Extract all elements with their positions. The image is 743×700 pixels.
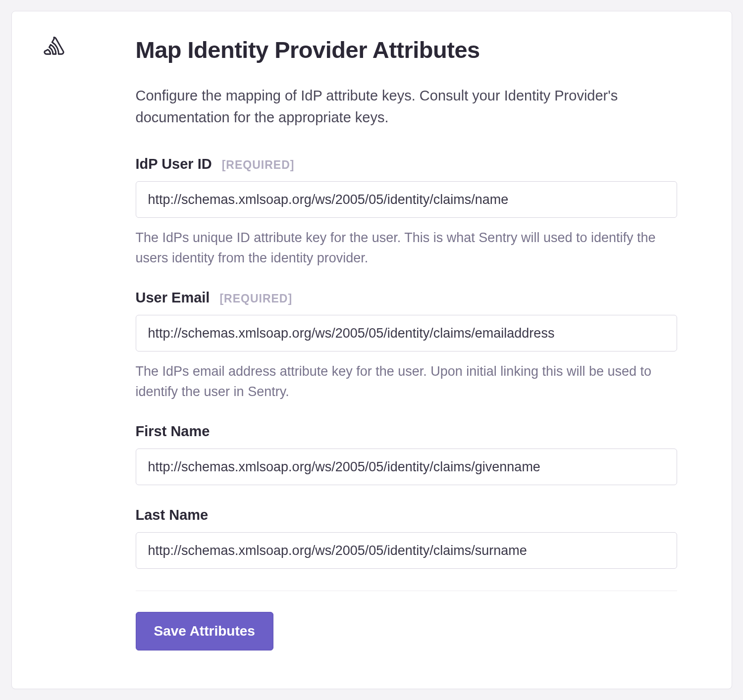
field-first-name: First Name [136,423,677,485]
required-badge: [REQUIRED] [222,158,295,172]
field-label: User Email [136,290,210,306]
field-label-row: Last Name [136,507,677,523]
field-help: The IdPs unique ID attribute key for the… [136,228,677,268]
field-last-name: Last Name [136,507,677,569]
page-description: Configure the mapping of IdP attribute k… [136,85,677,128]
user-email-input[interactable] [136,315,677,351]
sentry-logo-icon [44,36,64,57]
field-label: First Name [136,423,210,440]
field-label-row: User Email [REQUIRED] [136,290,677,306]
first-name-input[interactable] [136,449,677,485]
field-label: Last Name [136,507,209,523]
field-idp-user-id: IdP User ID [REQUIRED] The IdPs unique I… [136,156,677,268]
divider [136,591,677,591]
field-label-row: IdP User ID [REQUIRED] [136,156,677,172]
last-name-input[interactable] [136,532,677,569]
field-user-email: User Email [REQUIRED] The IdPs email add… [136,290,677,401]
page-title: Map Identity Provider Attributes [136,36,677,63]
save-attributes-button[interactable]: Save Attributes [136,612,273,650]
settings-panel: Map Identity Provider Attributes Configu… [11,11,732,689]
idp-user-id-input[interactable] [136,181,677,218]
field-help: The IdPs email address attribute key for… [136,361,677,401]
panel-content: Map Identity Provider Attributes Configu… [96,11,732,689]
field-label: IdP User ID [136,156,212,172]
required-badge: [REQUIRED] [219,292,292,305]
field-label-row: First Name [136,423,677,440]
panel-icon-column [12,11,96,689]
